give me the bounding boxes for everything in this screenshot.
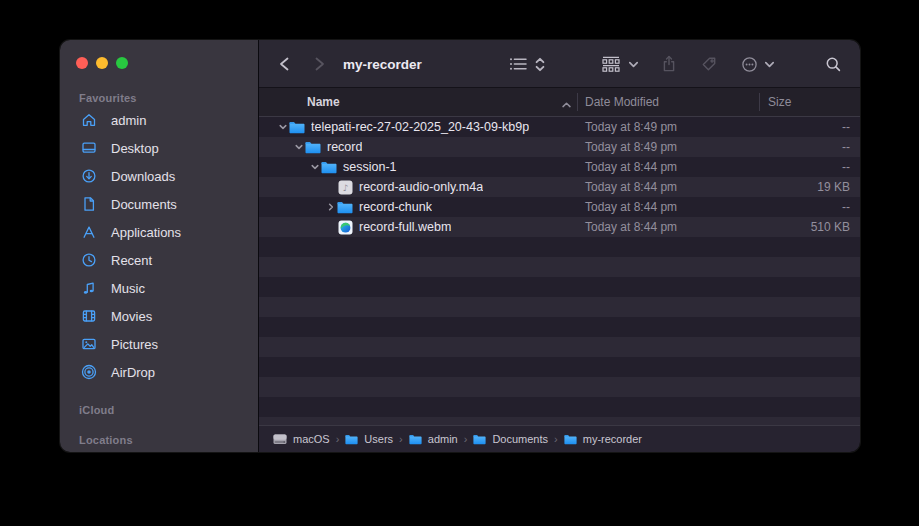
folder-icon [473, 434, 486, 445]
sidebar-item-airdrop[interactable]: AirDrop [60, 358, 258, 386]
sidebar-item-desktop[interactable]: Desktop [60, 134, 258, 162]
pictures-icon [81, 336, 97, 352]
file-date-modified: Today at 8:44 pm [585, 220, 677, 234]
path-crumb-admin[interactable]: admin [409, 433, 458, 445]
audio-file-icon: ♪ [338, 180, 353, 195]
close-button[interactable] [76, 57, 88, 69]
group-icon [601, 56, 621, 72]
sidebar-item-admin[interactable]: admin [60, 106, 258, 134]
path-separator-icon: › [464, 433, 468, 445]
tag-icon [701, 56, 717, 72]
file-size: -- [842, 120, 850, 134]
column-header-name[interactable]: Name [307, 88, 340, 116]
music-icon [81, 280, 97, 296]
sidebar-section-icloud: iCloud [79, 404, 258, 416]
forward-chevron-icon [313, 56, 327, 72]
list-row[interactable]: telepati-rec-27-02-2025_20-43-09-kb9pTod… [259, 117, 860, 137]
file-size: 510 KB [811, 220, 850, 234]
sidebar-item-music[interactable]: Music [60, 274, 258, 302]
chevron-closed-icon [326, 202, 336, 212]
list-row[interactable]: record-full.webmToday at 8:44 pm510 KB [259, 217, 860, 237]
file-name: session-1 [343, 160, 397, 174]
sidebar-item-label: Recent [111, 253, 152, 268]
column-divider[interactable] [759, 93, 760, 111]
forward-button[interactable] [313, 40, 327, 88]
disclosure-triangle[interactable] [325, 201, 337, 213]
movies-icon [81, 308, 97, 324]
path-crumb-users[interactable]: Users [345, 433, 393, 445]
webm-file-icon [338, 220, 353, 235]
view-mode-button[interactable] [509, 40, 546, 88]
sidebar-item-documents[interactable]: Documents [60, 190, 258, 218]
folder-icon [564, 434, 577, 445]
path-separator-icon: › [554, 433, 558, 445]
file-size: 19 KB [817, 180, 850, 194]
sidebar-item-movies[interactable]: Movies [60, 302, 258, 330]
sidebar-item-label: Music [111, 281, 145, 296]
group-button[interactable] [601, 40, 639, 88]
sidebar-item-label: Movies [111, 309, 152, 324]
list-row[interactable]: ♪record-audio-only.m4aToday at 8:44 pm19… [259, 177, 860, 197]
search-button[interactable] [825, 40, 842, 88]
finder-window: FavouritesadminDesktopDownloadsDocuments… [60, 40, 860, 452]
disclosure-triangle[interactable] [293, 141, 305, 153]
folder-icon [305, 141, 321, 154]
tag-button[interactable] [701, 40, 717, 88]
more-ellipsis-icon [741, 56, 758, 73]
path-crumb-label: Users [364, 433, 393, 445]
column-header-size[interactable]: Size [768, 88, 791, 116]
sidebar-item-pictures[interactable]: Pictures [60, 330, 258, 358]
disclosure-triangle[interactable] [309, 161, 321, 173]
list-row[interactable]: recordToday at 8:49 pm-- [259, 137, 860, 157]
back-button[interactable] [277, 40, 291, 88]
more-chevron-icon [764, 60, 775, 69]
path-crumb-documents[interactable]: Documents [473, 433, 548, 445]
file-name: record-full.webm [359, 220, 451, 234]
sidebar-item-label: AirDrop [111, 365, 155, 380]
folder-icon [409, 434, 422, 445]
svg-text:♪: ♪ [342, 182, 348, 192]
share-icon [661, 55, 677, 73]
path-bar: macOS›Users›admin›Documents›my-recorder [259, 425, 860, 452]
sidebar-item-label: Desktop [111, 141, 159, 156]
sidebar-item-label: admin [111, 113, 146, 128]
disclosure-triangle[interactable] [277, 121, 289, 133]
sidebar-item-label: Documents [111, 197, 177, 212]
more-options-button[interactable] [741, 40, 775, 88]
sort-ascending-icon [561, 98, 572, 112]
sidebar-item-applications[interactable]: Applications [60, 218, 258, 246]
list-row[interactable]: record-chunkToday at 8:44 pm-- [259, 197, 860, 217]
path-crumb-macos[interactable]: macOS [273, 433, 330, 445]
file-name: record-audio-only.m4a [359, 180, 483, 194]
minimize-button[interactable] [96, 57, 108, 69]
folder-icon [345, 434, 358, 445]
path-crumb-label: macOS [293, 433, 330, 445]
column-header-date-modified[interactable]: Date Modified [585, 88, 659, 116]
group-chevron-icon [628, 60, 639, 69]
sidebar-item-recent[interactable]: Recent [60, 246, 258, 274]
path-crumb-label: my-recorder [583, 433, 642, 445]
list-column-headers: Name Date Modified Size [259, 88, 860, 117]
file-size: -- [842, 140, 850, 154]
folder-icon [337, 201, 353, 214]
traffic-lights [60, 40, 258, 69]
path-separator-icon: › [336, 433, 340, 445]
chevron-open-icon [310, 162, 320, 172]
sidebar-section-favourites: Favourites [79, 92, 258, 104]
file-name: record [327, 140, 362, 154]
sidebar-section-locations: Locations [79, 434, 258, 446]
desktop-icon [81, 140, 97, 156]
finder-sidebar: FavouritesadminDesktopDownloadsDocuments… [60, 40, 258, 452]
file-date-modified: Today at 8:49 pm [585, 120, 677, 134]
disclosure-triangle [325, 221, 337, 233]
window-title: my-recorder [343, 40, 422, 88]
path-crumb-my-recorder[interactable]: my-recorder [564, 433, 642, 445]
column-divider[interactable] [577, 93, 578, 111]
share-button[interactable] [661, 40, 677, 88]
list-row[interactable]: session-1Today at 8:44 pm-- [259, 157, 860, 177]
sidebar-item-downloads[interactable]: Downloads [60, 162, 258, 190]
drive-icon [273, 433, 287, 445]
sidebar-item-label: Pictures [111, 337, 158, 352]
document-icon [81, 196, 97, 212]
zoom-button[interactable] [116, 57, 128, 69]
